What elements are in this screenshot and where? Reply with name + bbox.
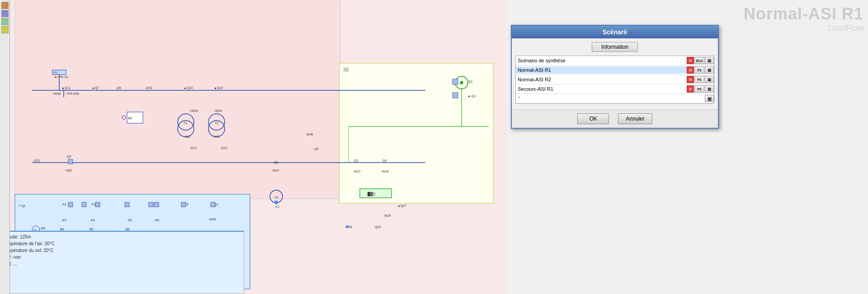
svg-text:▲Q7: ▲Q7 <box>92 86 99 90</box>
bottom-info-panel: Altitude: 125m Température de l'air: 30°… <box>0 231 244 294</box>
scenario-name-normal-r1: Normal-ASI R1 <box>516 66 687 74</box>
svg-text:-Q4: -Q4 <box>382 159 387 163</box>
svg-text:-W28: -W28 <box>381 170 389 173</box>
svg-rect-77 <box>125 202 129 207</box>
svg-text:B2: B2 <box>128 116 132 120</box>
svg-text:-B4: -B4 <box>59 228 64 231</box>
information-button[interactable]: Information <box>592 42 638 52</box>
scenario-delete-secours-r1[interactable]: ✕ <box>687 85 694 93</box>
toolbar-btn-2[interactable] <box>1 10 9 17</box>
toolbar-btn-1[interactable] <box>1 2 9 9</box>
svg-text:-F2: -F2 <box>91 203 96 206</box>
ok-button[interactable]: OK <box>577 113 609 124</box>
svg-text:-B6: -B6 <box>125 228 130 231</box>
scenario-name-normal-r2: Normal-ASI R2 <box>516 76 687 83</box>
info-line-2: Température de l'air: 30°C <box>2 240 242 247</box>
new-scenario-row: * ▦ <box>516 94 714 103</box>
scenario-delete-normal-r2[interactable]: ✕ <box>687 76 694 83</box>
svg-text:-K5: -K5 <box>127 219 132 222</box>
scenario-icon1-normal-r2[interactable]: P2 <box>694 76 704 83</box>
svg-rect-81 <box>149 202 153 207</box>
svg-text:+PR-D99: +PR-D99 <box>66 92 79 95</box>
svg-rect-0 <box>15 0 340 199</box>
dialog-footer: OK Annuler <box>512 109 718 128</box>
info-line-3: Température du sol: 20°C <box>2 247 242 254</box>
dialog-title: Scénarii <box>512 26 718 38</box>
svg-text:+PR-G1: +PR-G1 <box>57 75 69 79</box>
svg-text:█▓▒: █▓▒ <box>368 191 376 196</box>
svg-text:-K3: -K3 <box>61 219 66 222</box>
svg-point-63 <box>274 201 278 204</box>
watermark-title: Normal-ASI R1 <box>744 5 863 23</box>
scenario-icon1-normal-r1[interactable]: P2 <box>694 66 704 74</box>
toolbar-btn-4[interactable] <box>1 26 9 33</box>
scenario-icon1-secours-r1[interactable]: P2 <box>694 85 704 93</box>
scenario-name-synth: Scénario de synthèse <box>516 57 687 64</box>
svg-text:T2: T2 <box>215 121 218 125</box>
scenario-icon2-secours-r1[interactable]: ▦ <box>705 85 714 93</box>
svg-text:-W47: -W47 <box>272 169 279 172</box>
svg-text:▲Q47: ▲Q47 <box>397 204 406 208</box>
svg-text:+W48: +W48 <box>52 92 61 95</box>
svg-rect-52 <box>453 93 458 98</box>
scenario-delete-synth[interactable]: ✕ <box>687 57 694 64</box>
svg-text:-B3: -B3 <box>40 227 45 230</box>
svg-text:T1: T1 <box>184 121 187 125</box>
svg-rect-78 <box>154 202 159 207</box>
svg-text:-Q5: -Q5 <box>313 147 319 151</box>
svg-text:-B5: -B5 <box>89 228 94 231</box>
dialog-body: Information Scénario de synthèse ✕ ELU ▦… <box>512 38 718 109</box>
svg-rect-51 <box>453 79 458 84</box>
scenario-add-button[interactable]: ▦ <box>705 95 714 102</box>
scenario-delete-normal-r1[interactable]: ✕ <box>687 66 694 74</box>
cancel-button[interactable]: Annuler <box>618 113 652 124</box>
watermark-subtitle: LoadFlow <box>744 23 863 33</box>
svg-text:+W2: +W2 <box>184 135 190 138</box>
left-toolbar <box>0 0 10 294</box>
svg-text:-Q5: -Q5 <box>273 161 278 164</box>
scenario-icon2-normal-r2[interactable]: ▦ <box>705 76 714 83</box>
scenario-row-synth: Scénario de synthèse ✕ ELU ▦ <box>516 56 714 65</box>
scenario-icon2-normal-r1[interactable]: ▦ <box>705 66 714 74</box>
svg-text:-Q2: -Q2 <box>66 155 71 159</box>
svg-text:▲Q11: ▲Q11 <box>61 86 71 90</box>
svg-text:▲Q14: ▲Q14 <box>214 86 223 90</box>
svg-text:-K4: -K4 <box>90 219 95 222</box>
dialog-area: Normal-ASI R1 LoadFlow Scénarii Informat… <box>506 0 868 294</box>
svg-point-65 <box>346 225 349 228</box>
svg-text:T3: T3 <box>274 196 278 199</box>
svg-text:-W45: -W45 <box>208 218 216 221</box>
scenarii-dialog: Scénarii Information Scénario de synthès… <box>511 25 719 129</box>
svg-rect-76 <box>95 202 100 207</box>
scenario-name-secours-r1: Secours-ASI R1 <box>516 85 687 93</box>
svg-text:-Q3: -Q3 <box>353 159 359 163</box>
scenario-icon1-synth[interactable]: ELU <box>694 57 704 64</box>
svg-text:-W29: -W29 <box>383 214 391 217</box>
svg-rect-1 <box>340 63 493 203</box>
svg-text:-DS1: -DS1 <box>33 159 40 162</box>
scenario-row-normal-r2: Normal-ASI R2 ✕ P2 ▦ <box>516 75 714 84</box>
svg-text:+W51: +W51 <box>214 109 222 112</box>
svg-text:-Q12: -Q12 <box>220 146 227 150</box>
toolbar-btn-3[interactable] <box>1 18 9 25</box>
svg-text:+-Q1: +-Q1 <box>19 204 26 208</box>
info-line-4: BE2: non <box>2 254 242 261</box>
svg-text:SE: SE <box>343 67 349 72</box>
svg-text:HV: HV <box>53 71 58 74</box>
watermark: Normal-ASI R1 LoadFlow <box>744 5 863 33</box>
info-button-row: Information <box>515 42 714 52</box>
svg-rect-36 <box>68 159 73 164</box>
svg-rect-79 <box>181 202 186 207</box>
svg-text:-Q8: -Q8 <box>116 86 121 90</box>
svg-rect-80 <box>211 202 215 207</box>
new-scenario-input[interactable] <box>522 95 705 102</box>
svg-text:-DS2: -DS2 <box>145 86 152 89</box>
info-line-5: BE3: ... <box>2 261 242 267</box>
scenario-icon2-synth[interactable]: ▦ <box>705 57 714 64</box>
svg-text:-F3: -F3 <box>61 203 66 206</box>
scenario-list: Scénario de synthèse ✕ ELU ▦ Normal-ASI … <box>515 56 714 104</box>
svg-text:▲-Q1: ▲-Q1 <box>467 94 476 98</box>
svg-text:-C1: -C1 <box>274 205 279 208</box>
svg-rect-59 <box>360 189 392 198</box>
svg-text:-W27: -W27 <box>353 170 361 173</box>
